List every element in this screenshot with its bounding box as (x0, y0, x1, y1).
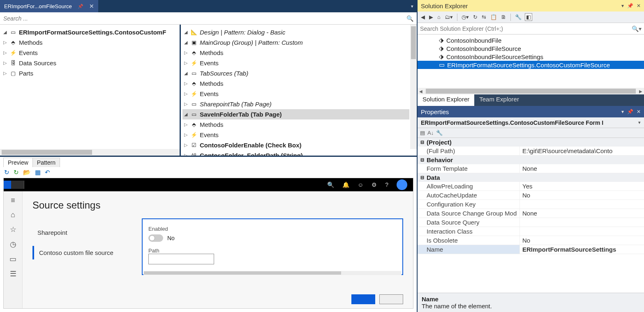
design-node[interactable]: Events (200, 89, 219, 99)
design-node[interactable]: TabSources (Tab) (200, 68, 248, 78)
design-node[interactable]: MainGroup (Group) | Pattern: Custom (200, 37, 303, 48)
source-item-custom[interactable]: Contoso custom file source (32, 246, 135, 259)
clock-icon[interactable]: ◷ (10, 240, 16, 249)
tab-team-explorer[interactable]: Team Explorer (474, 94, 524, 106)
property-row[interactable]: Data Source Query (418, 218, 644, 227)
categorized-icon[interactable]: ▤ (420, 130, 425, 136)
property-row[interactable]: Configuration Key (418, 200, 644, 209)
property-row[interactable]: AllowPreLoadingYes (418, 182, 644, 191)
refresh-all-icon[interactable]: ↻ (14, 169, 19, 176)
document-tab[interactable]: ERImportFor...omFileSource 📌 ✕ (0, 0, 98, 12)
close-icon[interactable]: ✕ (637, 3, 641, 9)
design-node[interactable]: Methods (200, 48, 224, 58)
bell-icon[interactable]: 🔔 (342, 181, 349, 188)
menu-icon[interactable]: ≡ (11, 196, 15, 205)
panel-hscroll[interactable] (143, 271, 402, 275)
chevron-down-icon[interactable]: ▾ (638, 120, 641, 125)
search-icon[interactable]: 🔍▾ (632, 25, 642, 32)
pin-icon[interactable]: 📌 (78, 4, 83, 9)
gear-icon[interactable]: ⚙ (372, 181, 377, 188)
properties-category[interactable]: ⊟(Project) (418, 138, 644, 147)
pin-icon[interactable]: 📌 (627, 109, 633, 115)
solution-item[interactable]: ⬗ContosoInboundFileSourceSettings (418, 53, 644, 61)
solution-item-selected[interactable]: ▭ERImportFormatSourceSettings.ContosoCus… (418, 61, 644, 69)
search-icon[interactable]: 🔍 (327, 181, 334, 188)
expand-icon[interactable]: ◢ (183, 37, 188, 48)
expand-icon[interactable]: ▷ (183, 48, 188, 58)
expand-icon[interactable]: ▷ (2, 48, 7, 58)
design-node[interactable]: ContosoFolderEnable (Check Box) (200, 140, 302, 150)
design-node[interactable]: Methods (200, 78, 224, 89)
cancel-button[interactable] (379, 294, 403, 304)
clock-icon[interactable]: ◷▾ (461, 14, 470, 21)
properties-object-selector[interactable]: ERImportFormatSourceSettings.ContosoCust… (418, 117, 644, 128)
property-row[interactable]: Interaction Class (418, 227, 644, 236)
refresh-icon[interactable]: ↻ (4, 169, 9, 176)
path-input[interactable] (148, 254, 214, 264)
refresh-icon[interactable]: ↻ (472, 14, 478, 21)
solution-search-input[interactable] (420, 25, 632, 32)
expand-icon[interactable]: ◢ (183, 27, 188, 37)
solution-hscroll[interactable]: ◀▶ (418, 88, 644, 94)
expand-icon[interactable]: ▷ (183, 78, 188, 89)
property-row[interactable]: Is ObsoleteNo (418, 236, 644, 245)
tab-solution-explorer[interactable]: Solution Explorer (418, 94, 474, 106)
ok-button[interactable] (351, 294, 375, 304)
outline-node[interactable]: Methods (19, 37, 43, 48)
property-row-selected[interactable]: NameERImportFormatSourceSettings (418, 245, 644, 254)
tab-preview[interactable]: Preview (3, 158, 33, 167)
expand-icon[interactable]: ▷ (183, 140, 188, 150)
property-row[interactable]: AutoCacheUpdateNo (418, 191, 644, 200)
home-icon[interactable]: ⌂ (11, 211, 15, 219)
property-row[interactable]: Form TemplateNone (418, 164, 644, 173)
close-icon[interactable]: ✕ (637, 109, 641, 115)
property-row[interactable]: Data Source Change Group ModNone (418, 209, 644, 218)
smile-icon[interactable]: ☺ (358, 181, 363, 188)
expand-icon[interactable]: ▷ (183, 58, 188, 68)
design-node[interactable]: Methods (200, 119, 224, 130)
design-node[interactable]: SharepointTab (Tab Page) (200, 99, 272, 109)
expand-icon[interactable]: ▷ (2, 37, 7, 48)
expand-icon[interactable]: ◢ (2, 27, 7, 37)
design-node[interactable]: Events (200, 58, 219, 68)
expand-icon[interactable]: ▷ (2, 58, 7, 68)
star-icon[interactable]: ☆ (10, 225, 16, 234)
expand-icon[interactable]: ▷ (183, 99, 188, 109)
expand-icon[interactable]: ◢ (183, 68, 188, 78)
solution-item[interactable]: ⬗ContosoInboundFile (418, 36, 644, 44)
dropdown-icon[interactable]: ▾ (621, 3, 624, 9)
expand-icon[interactable]: ▷ (2, 68, 7, 78)
workspace-icon[interactable]: ▭ (9, 255, 16, 264)
h-scrollbar[interactable] (0, 149, 180, 156)
properties-icon[interactable]: 🔧 (514, 14, 522, 21)
home-icon[interactable]: ⌂ (436, 14, 441, 21)
expand-icon[interactable]: ◢ (183, 109, 188, 119)
wrench-icon[interactable]: 🔧 (436, 130, 443, 136)
enabled-toggle[interactable] (148, 234, 163, 242)
design-node[interactable]: Events (200, 130, 219, 140)
show-all-icon[interactable]: 🗎 (500, 14, 507, 21)
design-node-selected[interactable]: SaveInFolderTab (Tab Page) (200, 109, 282, 119)
solution-item[interactable]: ⬗ContosoInboundFileSource (418, 44, 644, 53)
close-icon[interactable]: ✕ (89, 3, 94, 9)
expand-icon[interactable]: ▷ (183, 119, 188, 130)
properties-category[interactable]: ⊟Behavior (418, 156, 644, 164)
grid-icon[interactable]: ▦ (35, 169, 41, 176)
design-node[interactable]: ContosoFolder_FolderPath (String) (200, 150, 303, 156)
designer-search-input[interactable] (3, 15, 406, 22)
list-icon[interactable]: ☰ (10, 269, 16, 278)
help-icon[interactable]: ? (385, 181, 388, 188)
avatar[interactable] (397, 179, 407, 190)
expand-icon[interactable]: ▷ (183, 150, 188, 156)
alphabetical-icon[interactable]: A↓ (427, 130, 434, 136)
open-icon[interactable]: 📂 (23, 169, 31, 176)
undo-icon[interactable]: ↶ (45, 169, 50, 176)
expand-icon[interactable]: ▷ (183, 89, 188, 99)
expand-icon[interactable]: ▷ (183, 130, 188, 140)
preview-icon[interactable]: ◧ (525, 13, 532, 21)
sync-icon[interactable]: 🗂▾ (444, 14, 454, 21)
outline-root[interactable]: ERImportFormatSourceSettings.ContosoCust… (19, 27, 166, 37)
design-node[interactable]: Design | Pattern: Dialog - Basic (200, 27, 285, 37)
dropdown-icon[interactable]: ▾ (621, 109, 624, 115)
properties-category[interactable]: ⊟Data (418, 173, 644, 182)
